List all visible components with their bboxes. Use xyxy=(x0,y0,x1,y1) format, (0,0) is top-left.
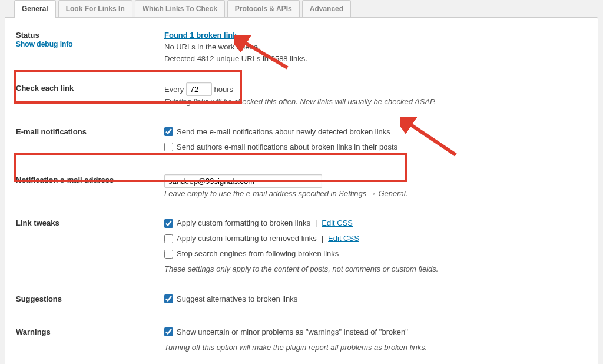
row-status: Status Show debug info Found 1 broken li… xyxy=(5,26,598,68)
tab-advanced[interactable]: Advanced xyxy=(302,0,351,17)
pipe-separator: | xyxy=(314,217,318,229)
email-notif-label: E-mail notifications xyxy=(16,126,164,136)
row-link-tweaks: Link tweaks Apply custom formatting to b… xyxy=(5,203,598,279)
check-each-values: Every hours Existing links will be check… xyxy=(164,82,587,108)
suggestions-values: Suggest alternatives to broken links xyxy=(164,293,587,309)
tabs-bar: General Look For Links In Which Links To… xyxy=(14,0,598,17)
check-each-note: Existing links will be checked this ofte… xyxy=(164,97,436,106)
tweak-removed-format-label: Apply custom formatting to removed links xyxy=(177,233,317,244)
email-notif-authors-label: Send authors e-mail notifications about … xyxy=(177,141,397,153)
tweak-removed-format-checkbox[interactable] xyxy=(164,234,173,243)
email-notif-self-label: Send me e-mail notifications about newly… xyxy=(177,126,390,138)
row-email-notifications: E-mail notifications Send me e-mail noti… xyxy=(5,112,598,160)
check-each-hours-label: hours xyxy=(214,85,233,94)
status-detected-msg: Detected 4812 unique URLs in 9588 links. xyxy=(164,54,307,63)
notif-addr-label: Notification e-mail address xyxy=(16,174,164,184)
email-notif-values: Send me e-mail notifications about newly… xyxy=(164,126,587,157)
link-tweaks-label: Link tweaks xyxy=(16,217,164,227)
check-each-label: Check each link xyxy=(16,82,164,92)
check-each-every: Every xyxy=(164,85,184,94)
status-queue-msg: No URLs in the work queue. xyxy=(164,42,260,51)
tab-look-for-links[interactable]: Look For Links In xyxy=(58,0,132,17)
suggestions-opt-label: Suggest alternatives to broken links xyxy=(177,293,297,305)
tweak-stop-search-label: Stop search engines from following broke… xyxy=(177,248,339,260)
settings-panel: Status Show debug info Found 1 broken li… xyxy=(5,17,598,364)
row-notification-address: Notification e-mail address Leave empty … xyxy=(5,160,598,203)
row-suggestions: Suggestions Suggest alternatives to brok… xyxy=(5,279,598,312)
status-label: Status xyxy=(16,31,39,39)
found-broken-link[interactable]: Found 1 broken link xyxy=(164,31,237,39)
email-notif-self-checkbox[interactable] xyxy=(164,127,173,136)
tweak-stop-search-checkbox[interactable] xyxy=(164,250,173,259)
email-notif-authors-checkbox[interactable] xyxy=(164,143,173,151)
warnings-values: Show uncertain or minor problems as "war… xyxy=(164,326,587,353)
status-values: Found 1 broken link No URLs in the work … xyxy=(164,29,587,65)
notification-email-input[interactable] xyxy=(164,174,322,188)
row-warnings: Warnings Show uncertain or minor problem… xyxy=(5,312,598,357)
tab-which-links[interactable]: Which Links To Check xyxy=(135,0,225,17)
edit-css-broken-link[interactable]: Edit CSS xyxy=(322,217,353,229)
pipe-separator: | xyxy=(320,233,324,244)
warnings-label: Warnings xyxy=(16,326,164,336)
tab-protocols-apis[interactable]: Protocols & APIs xyxy=(227,0,300,17)
tab-general[interactable]: General xyxy=(14,0,56,18)
tweak-broken-format-label: Apply custom formatting to broken links xyxy=(177,217,310,229)
row-check-each: Check each link Every hours Existing lin… xyxy=(5,68,598,111)
edit-css-removed-link[interactable]: Edit CSS xyxy=(328,233,359,244)
link-tweaks-values: Apply custom formatting to broken links … xyxy=(164,217,587,276)
check-each-hours-input[interactable] xyxy=(186,82,212,96)
suggestions-checkbox[interactable] xyxy=(164,294,173,303)
show-debug-link[interactable]: Show debug info xyxy=(16,40,73,48)
suggestions-label: Suggestions xyxy=(16,293,164,303)
warnings-opt-label: Show uncertain or minor problems as "war… xyxy=(177,326,408,338)
notif-addr-note: Leave empty to use the e-mail address sp… xyxy=(164,189,407,198)
link-tweaks-note: These settings only apply to the content… xyxy=(164,264,438,273)
warnings-note: Turning off this option will make the pl… xyxy=(164,343,427,352)
warnings-checkbox[interactable] xyxy=(164,327,173,336)
notif-addr-values: Leave empty to use the e-mail address sp… xyxy=(164,174,587,200)
label-status: Status Show debug info xyxy=(16,29,164,48)
tweak-broken-format-checkbox[interactable] xyxy=(164,219,173,228)
